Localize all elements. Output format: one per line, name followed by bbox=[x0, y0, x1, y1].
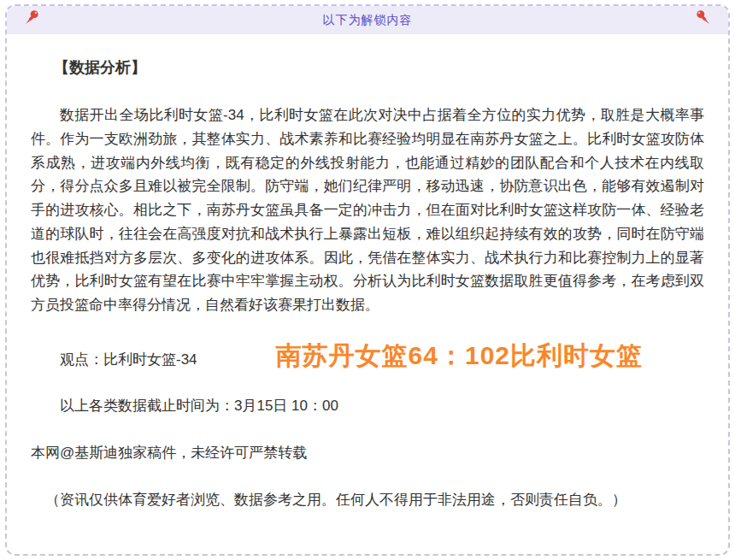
score-prediction: 南苏丹女篮64：102比利时女篮 bbox=[276, 341, 643, 369]
section-title: 【数据分析】 bbox=[31, 56, 704, 80]
viewpoint-label: 观点：比利时女篮-34 bbox=[60, 351, 197, 368]
article-content: 【数据分析】 数据开出全场比利时女篮-34，比利时女篮在此次对决中占据着全方位的… bbox=[7, 34, 728, 556]
disclaimer-line: （资讯仅供体育爱好者浏览、数据参考之用。任何人不得用于非法用途，否则责任自负。） bbox=[31, 488, 704, 512]
unlocked-content-panel: 以下为解锁内容 【数据分析】 数据开出全场比利时女篮-34，比利时女篮在此次对决… bbox=[5, 4, 730, 556]
unlock-banner-label: 以下为解锁内容 bbox=[323, 13, 413, 28]
copyright-line: 本网@基斯迪独家稿件，未经许可严禁转载 bbox=[31, 441, 704, 465]
page: 以下为解锁内容 【数据分析】 数据开出全场比利时女篮-34，比利时女篮在此次对决… bbox=[0, 0, 735, 560]
pushpin-icon bbox=[695, 9, 711, 26]
viewpoint-line: 观点：比利时女篮-34南苏丹女篮64：102比利时女篮 bbox=[31, 340, 704, 372]
data-cutoff-line: 以上各类数据截止时间为：3月15日 10：00 bbox=[31, 394, 704, 418]
analysis-paragraph: 数据开出全场比利时女篮-34，比利时女篮在此次对决中占据着全方位的实力优势，取胜… bbox=[31, 103, 704, 316]
unlock-banner: 以下为解锁内容 bbox=[7, 6, 728, 34]
pushpin-icon bbox=[24, 9, 40, 26]
